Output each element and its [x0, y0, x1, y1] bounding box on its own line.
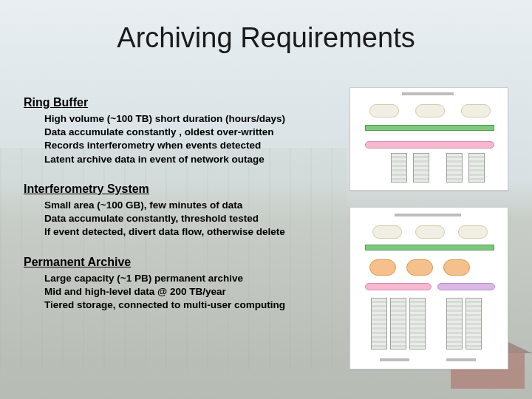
content-column: Ring Buffer High volume (~100 TB) short … — [24, 96, 334, 328]
list-item: Small area (~100 GB), few minutes of dat… — [44, 199, 334, 212]
slide-title: Archiving Requirements — [0, 22, 532, 54]
list-item: If event detected, divert data flow, oth… — [44, 225, 334, 239]
slide: Archiving Requirements Ring Buffer High … — [0, 0, 532, 399]
list-item: Large capacity (~1 PB) permanent archive — [44, 272, 334, 285]
list-item: Latent archive data in event of network … — [44, 153, 334, 166]
list-item: Data accumulate constantly, threshold te… — [44, 212, 334, 225]
section-items: Large capacity (~1 PB) permanent archive… — [24, 272, 334, 313]
section-heading: Permanent Archive — [24, 256, 334, 269]
list-item: Tiered storage, connected to multi-user … — [44, 299, 334, 312]
list-item: Records interferometry when events detec… — [44, 139, 334, 152]
section-ring-buffer: Ring Buffer High volume (~100 TB) short … — [24, 96, 334, 166]
section-items: High volume (~100 TB) short duration (ho… — [24, 112, 334, 166]
section-permanent-archive: Permanent Archive Large capacity (~1 PB)… — [24, 256, 334, 313]
list-item: High volume (~100 TB) short duration (ho… — [44, 112, 334, 126]
diagram-archive — [349, 207, 508, 369]
list-item: Data accumulate constantly , oldest over… — [44, 126, 334, 139]
section-heading: Interferometry System — [24, 183, 334, 196]
section-items: Small area (~100 GB), few minutes of dat… — [24, 199, 334, 239]
section-interferometry: Interferometry System Small area (~100 G… — [24, 183, 334, 239]
diagram-ring-buffer — [349, 87, 508, 191]
list-item: Mid and high-level data @ 200 TB/year — [44, 285, 334, 299]
section-heading: Ring Buffer — [24, 96, 334, 109]
